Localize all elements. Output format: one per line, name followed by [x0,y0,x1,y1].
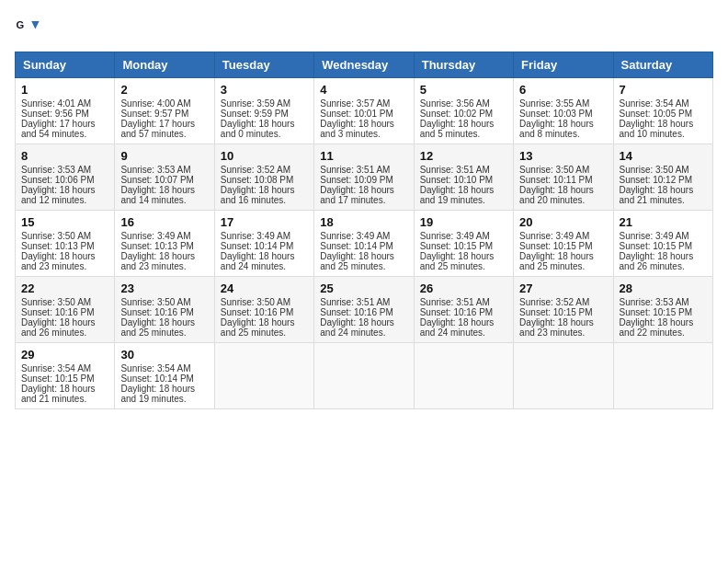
sunset-text: Sunset: 9:56 PM [21,109,108,119]
calendar-cell: 25Sunrise: 3:51 AMSunset: 10:16 PMDaylig… [314,277,414,343]
calendar-cell: 18Sunrise: 3:49 AMSunset: 10:14 PMDaylig… [314,211,414,277]
sunset-text: Sunset: 10:16 PM [320,307,407,317]
sunrise-text: Sunrise: 3:52 AM [221,165,308,175]
sunrise-text: Sunrise: 3:50 AM [21,297,108,307]
sunset-text: Sunset: 9:59 PM [221,109,308,119]
daylight-text: Daylight: 18 hours and 24 minutes. [420,317,507,338]
daylight-text: Daylight: 18 hours and 0 minutes. [221,119,308,139]
calendar-cell [514,343,613,409]
sunset-text: Sunset: 10:02 PM [420,109,507,119]
sunset-text: Sunset: 10:09 PM [320,175,407,185]
calendar-cell: 28Sunrise: 3:53 AMSunset: 10:15 PMDaylig… [613,277,712,343]
day-number: 4 [320,83,407,97]
calendar-cell: 1Sunrise: 4:01 AMSunset: 9:56 PMDaylight… [16,78,115,144]
day-number: 13 [519,149,607,163]
daylight-text: Daylight: 18 hours and 10 minutes. [620,119,707,139]
sunrise-text: Sunrise: 3:51 AM [320,297,407,307]
daylight-text: Daylight: 18 hours and 5 minutes. [420,119,507,139]
daylight-text: Daylight: 17 hours and 54 minutes. [21,119,108,139]
sunset-text: Sunset: 9:57 PM [120,109,208,119]
calendar-cell: 21Sunrise: 3:49 AMSunset: 10:15 PMDaylig… [613,211,712,277]
day-header-monday: Monday [115,52,214,78]
sunset-text: Sunset: 10:15 PM [620,241,707,251]
daylight-text: Daylight: 18 hours and 23 minutes. [120,251,208,271]
sunrise-text: Sunrise: 3:53 AM [620,297,707,307]
calendar-cell: 26Sunrise: 3:51 AMSunset: 10:16 PMDaylig… [414,277,513,343]
sunset-text: Sunset: 10:01 PM [320,109,407,119]
daylight-text: Daylight: 18 hours and 20 minutes. [519,185,607,205]
calendar-cell: 8Sunrise: 3:53 AMSunset: 10:06 PMDayligh… [16,144,115,211]
sunrise-text: Sunrise: 3:49 AM [320,231,407,241]
calendar-cell: 5Sunrise: 3:56 AMSunset: 10:02 PMDayligh… [414,78,513,144]
sunrise-text: Sunrise: 3:59 AM [221,98,308,109]
sunset-text: Sunset: 10:03 PM [519,109,607,119]
calendar-cell: 15Sunrise: 3:50 AMSunset: 10:13 PMDaylig… [16,211,115,277]
calendar-week-5: 29Sunrise: 3:54 AMSunset: 10:15 PMDaylig… [16,343,713,409]
day-header-tuesday: Tuesday [214,52,313,78]
day-number: 11 [320,149,407,163]
sunset-text: Sunset: 10:16 PM [420,307,507,317]
day-number: 2 [120,83,208,97]
day-number: 19 [420,215,507,229]
daylight-text: Daylight: 17 hours and 57 minutes. [120,119,208,139]
daylight-text: Daylight: 18 hours and 24 minutes. [320,317,407,338]
calendar-cell: 4Sunrise: 3:57 AMSunset: 10:01 PMDayligh… [314,78,414,144]
sunset-text: Sunset: 10:15 PM [519,241,607,251]
calendar-cell: 14Sunrise: 3:50 AMSunset: 10:12 PMDaylig… [613,144,712,211]
calendar-cell: 7Sunrise: 3:54 AMSunset: 10:05 PMDayligh… [613,78,712,144]
calendar-cell: 17Sunrise: 3:49 AMSunset: 10:14 PMDaylig… [214,211,313,277]
sunrise-text: Sunrise: 3:50 AM [620,165,707,175]
calendar-cell: 12Sunrise: 3:51 AMSunset: 10:10 PMDaylig… [414,144,513,211]
daylight-text: Daylight: 18 hours and 25 minutes. [420,251,507,271]
sunset-text: Sunset: 10:14 PM [221,241,308,251]
calendar-cell: 3Sunrise: 3:59 AMSunset: 9:59 PMDaylight… [214,78,313,144]
sunrise-text: Sunrise: 3:51 AM [420,297,507,307]
day-number: 15 [21,215,108,229]
sunrise-text: Sunrise: 4:01 AM [21,98,108,109]
sunrise-text: Sunrise: 3:50 AM [221,297,308,307]
sunrise-text: Sunrise: 3:50 AM [21,231,108,241]
calendar-week-2: 8Sunrise: 3:53 AMSunset: 10:06 PMDayligh… [16,144,713,211]
day-number: 7 [620,83,707,97]
calendar-cell: 22Sunrise: 3:50 AMSunset: 10:16 PMDaylig… [16,277,115,343]
sunset-text: Sunset: 10:16 PM [21,307,108,317]
day-header-wednesday: Wednesday [314,52,414,78]
calendar-cell: 19Sunrise: 3:49 AMSunset: 10:15 PMDaylig… [414,211,513,277]
daylight-text: Daylight: 18 hours and 24 minutes. [221,251,308,271]
day-number: 23 [120,282,208,295]
day-header-sunday: Sunday [16,52,115,78]
daylight-text: Daylight: 18 hours and 22 minutes. [620,317,707,338]
day-number: 10 [221,149,308,163]
sunrise-text: Sunrise: 3:51 AM [420,165,507,175]
daylight-text: Daylight: 18 hours and 14 minutes. [120,185,208,205]
day-number: 21 [620,215,707,229]
sunrise-text: Sunrise: 3:49 AM [519,231,607,241]
sunrise-text: Sunrise: 3:56 AM [420,98,507,109]
calendar-cell [613,343,712,409]
day-number: 25 [320,282,407,295]
sunrise-text: Sunrise: 3:55 AM [519,98,607,109]
svg-text:G: G [16,19,24,30]
sunset-text: Sunset: 10:15 PM [519,307,607,317]
daylight-text: Daylight: 18 hours and 26 minutes. [21,317,108,338]
day-number: 12 [420,149,507,163]
day-number: 26 [420,282,507,295]
day-number: 5 [420,83,507,97]
sunset-text: Sunset: 10:07 PM [120,175,208,185]
daylight-text: Daylight: 18 hours and 26 minutes. [620,251,707,271]
daylight-text: Daylight: 18 hours and 21 minutes. [21,384,108,404]
daylight-text: Daylight: 18 hours and 25 minutes. [221,317,308,338]
logo-icon: G [15,15,40,40]
daylight-text: Daylight: 18 hours and 19 minutes. [420,185,507,205]
sunrise-text: Sunrise: 3:49 AM [120,231,208,241]
sunrise-text: Sunrise: 3:50 AM [519,165,607,175]
sunrise-text: Sunrise: 4:00 AM [120,98,208,109]
day-number: 24 [221,282,308,295]
daylight-text: Daylight: 18 hours and 21 minutes. [620,185,707,205]
calendar-table: SundayMondayTuesdayWednesdayThursdayFrid… [15,52,713,409]
sunset-text: Sunset: 10:14 PM [120,373,208,384]
sunset-text: Sunset: 10:15 PM [21,373,108,384]
sunset-text: Sunset: 10:12 PM [620,175,707,185]
calendar-cell: 11Sunrise: 3:51 AMSunset: 10:09 PMDaylig… [314,144,414,211]
sunrise-text: Sunrise: 3:52 AM [519,297,607,307]
